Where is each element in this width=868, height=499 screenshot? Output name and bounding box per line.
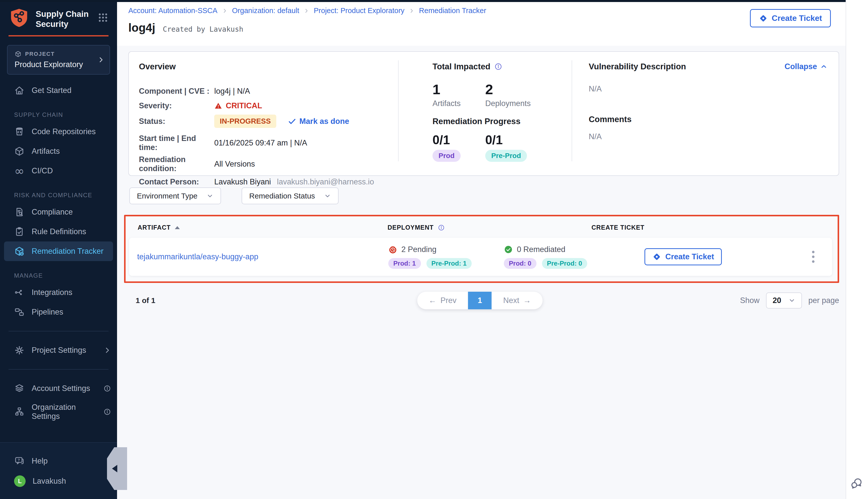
next-page-button[interactable]: Next →: [492, 292, 543, 309]
contact-person-name: Lavakush Biyani: [214, 178, 271, 186]
sidebar-item-label: Organization Settings: [32, 403, 97, 421]
sidebar-item-code-repositories[interactable]: Code Repositories: [0, 122, 117, 142]
sidebar-footer: ? Help L Lavakush: [0, 442, 117, 499]
sidebar-item-compliance[interactable]: Compliance: [0, 202, 117, 222]
pending-count: 2 Pending: [401, 245, 436, 254]
remediation-status-filter[interactable]: Remediation Status: [241, 187, 338, 204]
artifacts-metric: 1 Artifacts: [433, 82, 485, 108]
artifact-column-header[interactable]: ARTIFACT: [138, 224, 387, 231]
project-selector[interactable]: PROJECT Product Exploratory: [7, 45, 110, 75]
nav-group-supply-chain: SUPPLY CHAIN: [0, 100, 117, 122]
remediated-check-icon: [504, 245, 513, 254]
page-header: Account: Automation-SSCA Organization: d…: [117, 0, 868, 46]
remediation-progress-heading: Remediation Progress: [433, 117, 572, 126]
deployments-label: Deployments: [485, 99, 538, 108]
create-ticket-column-header: CREATE TICKET: [592, 224, 838, 231]
artifacts-count: 1: [433, 82, 485, 97]
info-icon[interactable]: [103, 385, 111, 392]
breadcrumb-remediation-tracker[interactable]: Remediation Tracker: [419, 7, 486, 15]
app-grid-icon[interactable]: [97, 12, 109, 23]
collapse-link[interactable]: Collapse: [785, 62, 828, 71]
chevron-right-icon: [103, 346, 111, 354]
supply-chain-shield-icon: [9, 8, 30, 30]
mark-as-done-link[interactable]: Mark as done: [288, 117, 349, 126]
rule-definitions-clipboard-icon: [14, 227, 25, 237]
sidebar-item-remediation-tracker[interactable]: Remediation Tracker: [4, 242, 113, 261]
check-icon: [288, 117, 296, 126]
sidebar-item-account-settings[interactable]: Account Settings: [0, 379, 117, 398]
account-settings-layers-icon: [14, 383, 25, 394]
user-name: Lavakush: [33, 477, 66, 486]
sort-ascending-icon: [175, 226, 180, 229]
environment-type-filter[interactable]: Environment Type: [129, 187, 221, 204]
table-row: tejakummarikuntla/easy-buggy-app 2 Pendi…: [129, 238, 832, 276]
pending-clock-icon: [388, 245, 397, 254]
sidebar-divider: [9, 369, 109, 369]
gear-icon: [14, 345, 25, 355]
sidebar-item-integrations[interactable]: Integrations: [0, 283, 117, 302]
vulnerability-description-heading: Vulnerability Description: [589, 62, 686, 71]
comments-heading: Comments: [589, 114, 828, 124]
artifact-link[interactable]: tejakummarikuntla/easy-buggy-app: [137, 252, 388, 261]
sidebar-item-organization-settings[interactable]: Organization Settings: [0, 398, 117, 425]
vulnerability-description-panel: Vulnerability Description Collapse N/A C…: [572, 52, 839, 175]
caret-up-icon: [820, 63, 828, 70]
sidebar-item-project-settings[interactable]: Project Settings: [0, 340, 117, 360]
page-size-select[interactable]: 20: [766, 292, 802, 308]
breadcrumb-organization[interactable]: Organization: default: [232, 7, 299, 15]
sidebar-nav: Get Started SUPPLY CHAIN Code Repositori…: [0, 75, 117, 442]
info-icon[interactable]: [103, 408, 111, 416]
sidebar-item-label: Rule Definitions: [32, 227, 86, 236]
total-impacted-heading: Total Impacted: [433, 62, 490, 71]
scrollbar-gutter[interactable]: [846, 0, 868, 499]
sidebar-item-label: Integrations: [32, 288, 72, 297]
project-scope-label: PROJECT: [25, 51, 55, 57]
create-ticket-button[interactable]: Create Ticket: [750, 9, 831, 27]
sidebar-item-rule-definitions[interactable]: Rule Definitions: [0, 222, 117, 242]
pager: ← Prev 1 Next →: [417, 292, 543, 309]
prev-page-button[interactable]: ← Prev: [417, 292, 468, 309]
deployments-metric: 2 Deployments: [485, 82, 538, 108]
project-name: Product Exploratory: [15, 60, 95, 69]
artifacts-label: Artifacts: [433, 99, 485, 108]
sidebar-item-artifacts[interactable]: Artifacts: [0, 142, 117, 161]
preprod-progress-value: 0/1: [485, 134, 538, 146]
compliance-doc-icon: [14, 207, 25, 217]
breadcrumb-project[interactable]: Project: Product Exploratory: [314, 7, 404, 15]
status-badge: IN-PROGRESS: [214, 114, 276, 128]
breadcrumb-account[interactable]: Account: Automation-SSCA: [128, 7, 218, 15]
page-1-button[interactable]: 1: [468, 292, 492, 309]
overview-card: Overview Component | CVE : log4j | N/A S…: [128, 51, 839, 176]
brand-accent-divider: [9, 35, 109, 36]
pagination: 1 of 1 ← Prev 1 Next → Show 20 per page: [136, 291, 839, 309]
support-chat-icon[interactable]: [851, 477, 863, 490]
sidebar-item-label: CI/CD: [32, 166, 53, 175]
chevron-down-icon: [789, 297, 795, 304]
remediation-condition-value: All Versions: [214, 160, 255, 169]
sidebar-item-get-started[interactable]: Get Started: [0, 81, 117, 100]
sidebar-item-cicd[interactable]: ∞ CI/CD: [0, 161, 117, 181]
pipelines-icon: [14, 307, 25, 317]
row-create-ticket-button[interactable]: Create Ticket: [644, 248, 722, 265]
page-title: log4j: [128, 21, 155, 34]
pagination-summary: 1 of 1: [136, 296, 155, 305]
per-page-label: per page: [808, 296, 839, 305]
sidebar-item-pipelines[interactable]: Pipelines: [0, 302, 117, 322]
info-icon[interactable]: [494, 63, 502, 71]
overview-heading: Overview: [139, 62, 398, 71]
info-icon[interactable]: [438, 224, 445, 231]
warning-triangle-icon: [214, 102, 222, 110]
user-menu[interactable]: L Lavakush: [0, 471, 117, 491]
table-header-row: ARTIFACT DEPLOYMENT CREATE TICKET: [126, 216, 838, 238]
contact-person-label: Contact Person:: [139, 178, 214, 186]
severity-label: Severity:: [139, 101, 214, 110]
sidebar-item-help[interactable]: ? Help: [0, 451, 117, 471]
sidebar-item-label: Pipelines: [32, 307, 63, 317]
prod-progress: 0/1 Prod: [433, 134, 485, 162]
component-cve-label: Component | CVE :: [139, 87, 214, 96]
preprod-progress: 0/1 Pre-Prod: [485, 134, 538, 162]
sidebar-item-label: Compliance: [32, 208, 73, 217]
cicd-infinity-icon: ∞: [14, 166, 25, 176]
time-value: 01/16/2025 09:47 am | N/A: [214, 138, 307, 147]
row-menu-kebab-icon[interactable]: [809, 248, 817, 265]
